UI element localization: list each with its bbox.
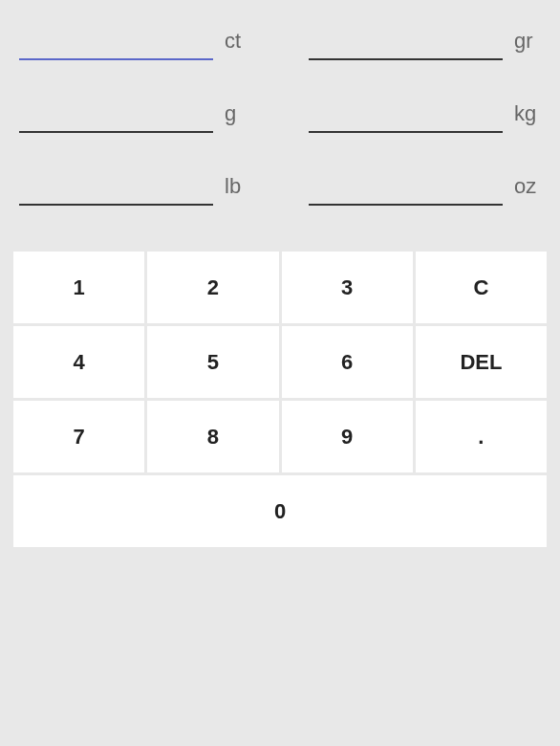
- field-lb: lb: [19, 169, 251, 206]
- key-9[interactable]: 9: [282, 401, 413, 472]
- key-delete[interactable]: DEL: [416, 326, 547, 398]
- key-2[interactable]: 2: [147, 252, 278, 323]
- unit-label-gr: gr: [514, 29, 541, 54]
- input-gr[interactable]: [309, 24, 503, 60]
- unit-label-ct: ct: [225, 29, 251, 54]
- input-wrap: [309, 24, 503, 60]
- key-decimal[interactable]: .: [416, 401, 547, 472]
- input-wrap: [19, 24, 213, 60]
- key-3[interactable]: 3: [282, 252, 413, 323]
- unit-input-grid: ct gr g kg lb oz: [0, 0, 560, 234]
- key-1[interactable]: 1: [13, 252, 144, 323]
- key-clear[interactable]: C: [416, 252, 547, 323]
- input-oz[interactable]: [309, 169, 503, 206]
- input-wrap: [19, 97, 213, 133]
- key-5[interactable]: 5: [147, 326, 278, 398]
- input-wrap: [309, 169, 503, 206]
- input-lb[interactable]: [19, 169, 213, 206]
- input-wrap: [309, 97, 503, 133]
- unit-label-oz: oz: [514, 174, 541, 199]
- keypad-grid: 1 2 3 C 4 5 6 DEL 7 8 9 . 0: [13, 252, 547, 547]
- unit-label-lb: lb: [225, 174, 251, 199]
- field-ct: ct: [19, 24, 251, 60]
- key-0[interactable]: 0: [13, 475, 547, 547]
- key-8[interactable]: 8: [147, 401, 278, 472]
- key-7[interactable]: 7: [13, 401, 144, 472]
- input-g[interactable]: [19, 97, 213, 133]
- key-4[interactable]: 4: [13, 326, 144, 398]
- field-g: g: [19, 97, 251, 133]
- key-6[interactable]: 6: [282, 326, 413, 398]
- unit-label-kg: kg: [514, 101, 541, 126]
- input-ct[interactable]: [19, 24, 213, 60]
- field-kg: kg: [309, 97, 541, 133]
- unit-label-g: g: [225, 101, 251, 126]
- input-wrap: [19, 169, 213, 206]
- field-oz: oz: [309, 169, 541, 206]
- keypad: 1 2 3 C 4 5 6 DEL 7 8 9 . 0: [0, 252, 560, 547]
- input-kg[interactable]: [309, 97, 503, 133]
- field-gr: gr: [309, 24, 541, 60]
